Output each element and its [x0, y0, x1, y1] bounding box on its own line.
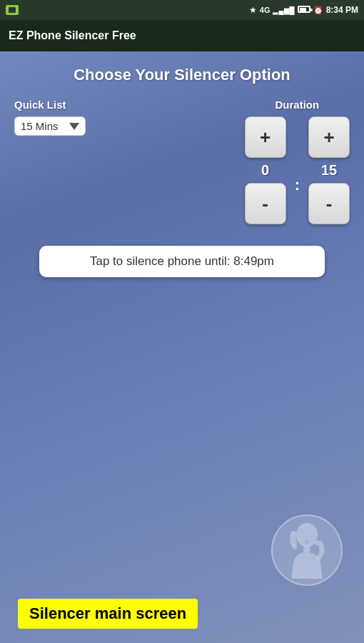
minutes-plus-button[interactable]: + — [308, 116, 350, 158]
title-bar: EZ Phone Silencer Free — [0, 20, 364, 51]
page-heading: Choose Your Silencer Option — [74, 66, 290, 84]
bottom-label: Silencer main screen — [18, 599, 198, 629]
phone-container: ★ 4G ▂▄▆█ ⏰ 8:34 PM EZ Phone Silencer Fr… — [0, 0, 364, 643]
battery-icon — [298, 6, 310, 14]
app-title: EZ Phone Silencer Free — [9, 29, 136, 42]
duration-section: Duration + 0 - : + 15 - — [245, 99, 350, 224]
main-content: Choose Your Silencer Option Quick List 1… — [0, 51, 364, 643]
quick-list-dropdown[interactable]: 15 Mins — [14, 116, 86, 136]
svg-point-2 — [305, 539, 309, 544]
status-time: 8:34 PM — [326, 5, 358, 15]
hours-minus-button[interactable]: - — [245, 183, 286, 224]
minutes-minus-button[interactable]: - — [308, 183, 350, 224]
status-bar-left — [6, 5, 19, 15]
signal-bars-icon: ▂▄▆█ — [273, 6, 294, 14]
alarm-icon: ⏰ — [313, 6, 323, 15]
hours-plus-button[interactable]: + — [245, 116, 286, 158]
controls-row: Quick List 15 Mins Duration + 0 - : — [14, 99, 350, 224]
quick-list-section: Quick List 15 Mins — [14, 99, 86, 136]
time-colon: : — [295, 176, 300, 194]
status-bar-right: ★ 4G ▂▄▆█ ⏰ 8:34 PM — [249, 5, 358, 15]
duration-label: Duration — [275, 99, 320, 111]
silencer-logo-icon — [282, 522, 332, 579]
silence-button-text: Tap to silence phone until: 8:49pm — [90, 254, 274, 268]
minutes-column: + 15 - — [308, 116, 350, 224]
bluetooth-icon: ★ — [249, 5, 257, 15]
bottom-label-text: Silencer main screen — [29, 604, 186, 622]
hours-column: + 0 - — [245, 116, 286, 224]
hours-value: 0 — [245, 162, 286, 179]
dropdown-arrow-icon — [69, 123, 79, 130]
android-icon — [6, 5, 19, 15]
duration-controls: + 0 - : + 15 - — [245, 116, 350, 224]
svg-rect-1 — [303, 546, 310, 552]
status-bar: ★ 4G ▂▄▆█ ⏰ 8:34 PM — [0, 0, 364, 20]
quick-list-label: Quick List — [14, 99, 66, 111]
network-type: 4G — [260, 6, 271, 14]
logo-watermark — [271, 514, 343, 586]
silence-button[interactable]: Tap to silence phone until: 8:49pm — [39, 246, 325, 277]
quick-list-value: 15 Mins — [21, 120, 59, 132]
minutes-value: 15 — [308, 162, 350, 179]
